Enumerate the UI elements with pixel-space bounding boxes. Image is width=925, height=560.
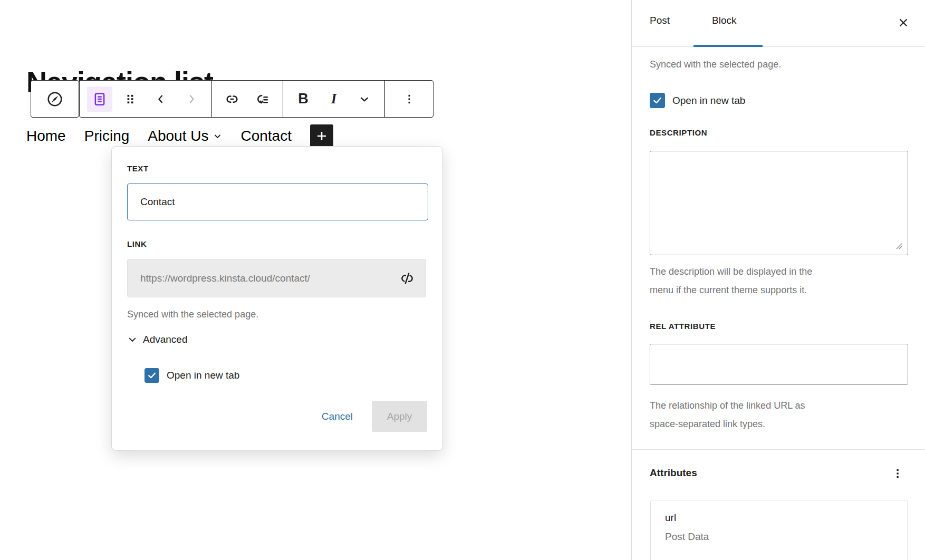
- toolbar-group-block: [80, 81, 211, 117]
- rel-help-line2: space-separated link types.: [650, 415, 805, 433]
- tab-post[interactable]: Post: [650, 15, 670, 26]
- attribute-name: url: [665, 512, 676, 524]
- sidebar-open-new-tab-row: Open in new tab: [650, 93, 745, 108]
- active-tab-indicator: [693, 45, 763, 47]
- rel-attribute-input[interactable]: [650, 344, 908, 385]
- options-button[interactable]: [397, 86, 422, 112]
- link-button[interactable]: [219, 86, 245, 112]
- sidebar-tabbar: Post Block: [632, 0, 925, 47]
- link-popover: TEXT LINK https://wordpress.kinsta.cloud…: [111, 146, 443, 451]
- nav-item-label: About Us: [148, 128, 208, 144]
- close-icon: [897, 16, 910, 30]
- advanced-label: Advanced: [143, 334, 188, 345]
- add-submenu-button[interactable]: [250, 86, 275, 112]
- settings-sidebar: Post Block Synced with the selected page…: [631, 0, 925, 560]
- check-icon: [652, 95, 663, 106]
- kebab-menu-icon: [402, 92, 416, 106]
- add-block-button[interactable]: [310, 124, 333, 148]
- nav-item-contact[interactable]: Contact: [240, 128, 292, 144]
- attribute-source: Post Data: [665, 531, 709, 543]
- sidebar-divider: [632, 449, 925, 450]
- italic-icon: I: [331, 91, 337, 107]
- text-input[interactable]: [127, 184, 428, 220]
- popover-actions: Cancel Apply: [322, 401, 427, 432]
- bold-icon: B: [298, 91, 309, 107]
- move-right-button[interactable]: [179, 86, 204, 112]
- toolbar-group-options: [384, 81, 433, 117]
- nav-item-about-us[interactable]: About Us: [148, 128, 222, 144]
- open-new-tab-checkbox[interactable]: [144, 368, 159, 383]
- navigation-menu: Home Pricing About Us Contact: [26, 124, 333, 148]
- attribute-card[interactable]: url Post Data: [650, 500, 908, 560]
- apply-button[interactable]: Apply: [372, 401, 427, 432]
- description-help-line2: menu if the current theme supports it.: [650, 281, 812, 300]
- drag-handle-icon[interactable]: [118, 86, 143, 112]
- synced-note: Synced with the selected page.: [127, 309, 258, 320]
- link-field-label: LINK: [127, 239, 147, 248]
- bold-button[interactable]: B: [291, 86, 316, 112]
- attributes-title: Attributes: [650, 467, 697, 479]
- rel-help: The relationship of the linked URL as sp…: [650, 397, 805, 433]
- advanced-toggle[interactable]: Advanced: [127, 334, 188, 345]
- link-url-value: https://wordpress.kinsta.cloud/contact/: [140, 273, 310, 284]
- description-label: DESCRIPTION: [650, 128, 707, 137]
- chevron-right-icon: [185, 93, 198, 105]
- open-new-tab-row: Open in new tab: [144, 368, 239, 383]
- text-field-label: TEXT: [127, 164, 149, 173]
- sidebar-synced-note: Synced with the selected page.: [650, 59, 781, 70]
- kebab-menu-icon: [891, 467, 904, 480]
- toolbar-group-link: [211, 81, 283, 117]
- compass-navigation-icon: [45, 90, 64, 109]
- rel-help-line1: The relationship of the linked URL as: [650, 397, 805, 415]
- chevron-down-icon: [358, 92, 371, 106]
- add-submenu-icon: [255, 91, 271, 107]
- open-new-tab-label: Open in new tab: [167, 370, 239, 381]
- description-help: The description will be displayed in the…: [650, 263, 812, 300]
- chevron-down-icon: [127, 334, 138, 345]
- italic-button[interactable]: I: [321, 86, 346, 112]
- page-link-block-icon[interactable]: [87, 86, 112, 112]
- toolbar-parent-block-button[interactable]: [31, 80, 79, 118]
- block-toolbar: B I: [79, 80, 433, 118]
- check-icon: [147, 370, 157, 381]
- unlink-icon[interactable]: [399, 271, 415, 286]
- link-icon: [224, 91, 240, 107]
- plus-icon: [315, 130, 328, 142]
- description-textarea[interactable]: [650, 151, 908, 255]
- more-formats-button[interactable]: [352, 86, 377, 112]
- nav-item-home[interactable]: Home: [26, 128, 66, 144]
- editor-stage: Navigation list: [0, 0, 925, 560]
- rel-attribute-label: REL ATTRIBUTE: [650, 322, 716, 331]
- sidebar-open-new-tab-checkbox[interactable]: [650, 93, 665, 108]
- move-left-button[interactable]: [148, 86, 174, 112]
- close-sidebar-button[interactable]: [894, 14, 912, 32]
- nav-item-pricing[interactable]: Pricing: [84, 128, 130, 144]
- chevron-down-icon: [213, 132, 222, 141]
- attributes-options-button[interactable]: [888, 464, 907, 483]
- tab-block[interactable]: Block: [712, 15, 736, 26]
- link-field[interactable]: https://wordpress.kinsta.cloud/contact/: [127, 259, 426, 297]
- description-help-line1: The description will be displayed in the: [650, 263, 812, 281]
- sidebar-open-new-tab-label: Open in new tab: [672, 95, 745, 107]
- cancel-button[interactable]: Cancel: [322, 411, 353, 422]
- chevron-left-icon: [155, 93, 167, 105]
- toolbar-group-format: B I: [283, 81, 384, 117]
